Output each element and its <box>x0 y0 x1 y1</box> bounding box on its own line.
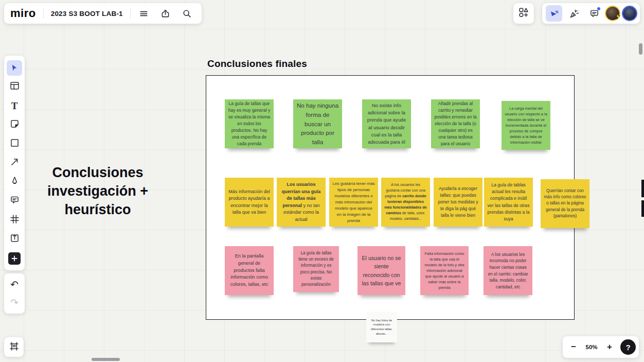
vertical-scrollbar-thumb[interactable] <box>639 43 642 55</box>
sticky-note-text: A los usuarios les gustaría contar con u… <box>384 182 427 222</box>
sticky-note-text: Falta información como la talla que usa … <box>423 251 466 291</box>
more-tools-button[interactable] <box>4 249 25 267</box>
frame-title[interactable]: Conclusiones finales <box>207 58 307 70</box>
sticky-note-text: La guía de tablas actual les resulta com… <box>487 182 530 222</box>
sticky-note-text: Los usuarios querrían una guía de tallas… <box>280 181 323 223</box>
avatar-collaborator-1[interactable] <box>606 7 619 20</box>
frames-panel-icon <box>9 341 20 354</box>
avatar-collaborator-2[interactable] <box>623 7 636 20</box>
sticky-note-text: A los usuarios les incomoda no poder hac… <box>487 251 529 290</box>
sticky-note[interactable]: El usuario no se siente reconocido con l… <box>357 246 405 295</box>
topbar-right <box>542 3 640 24</box>
topbar-left: miro 2023 S3 BOOT LAB-1 <box>4 3 202 24</box>
sticky-note[interactable]: Más información del producto ayudaría a … <box>225 178 274 227</box>
comments-button[interactable] <box>586 5 602 22</box>
sticky-note[interactable]: Los usuarios querrían una guía de tallas… <box>277 178 326 227</box>
help-button[interactable]: ? <box>620 339 636 355</box>
sticky-note-text: Les gustaría tener más tipos de personas… <box>332 181 375 224</box>
divider <box>130 8 131 19</box>
edge-indicator <box>641 200 644 217</box>
sticky-note[interactable]: No hay ninguna forma de buscar un produc… <box>293 99 342 148</box>
pen-tool[interactable] <box>4 173 25 191</box>
frames-panel-button[interactable] <box>4 337 24 357</box>
text-tool[interactable]: T <box>4 97 25 115</box>
menu-icon <box>138 8 149 19</box>
comments-badge-dot <box>597 7 600 10</box>
templates-icon <box>9 80 20 93</box>
main-menu-button[interactable] <box>136 5 152 22</box>
sticky-note-text: Añadir prendas al carrito y remediar pos… <box>434 100 477 147</box>
board-canvas[interactable]: Conclusiones investigación + heurístico … <box>0 0 644 362</box>
sticky-note-text: Más información del producto ayudaría a … <box>228 188 271 216</box>
shape-tool[interactable] <box>4 135 25 153</box>
sticky-note[interactable]: Falta información como la talla que usa … <box>420 246 469 295</box>
sticky-note[interactable]: La guía de tallas tiene un exceso de inf… <box>293 246 339 292</box>
sticky-note-text: En la pantalla general de productos falt… <box>228 253 271 288</box>
confetti-icon <box>569 8 580 19</box>
edge-indicator <box>641 180 644 197</box>
sticky-note-text: No hay fotos de modelos con diferentes t… <box>369 318 394 336</box>
search-icon <box>182 8 192 19</box>
pen-icon <box>9 176 20 188</box>
upload-icon <box>9 233 20 246</box>
follow-cursor-button[interactable] <box>546 5 562 22</box>
comment-tool[interactable] <box>4 192 25 210</box>
select-tool[interactable] <box>4 59 25 77</box>
apps-button[interactable] <box>513 3 534 24</box>
upload-tool[interactable] <box>4 230 25 248</box>
sticky-note[interactable]: Añadir prendas al carrito y remediar pos… <box>431 99 480 148</box>
creation-toolbar: T <box>4 56 25 270</box>
search-button[interactable] <box>179 5 195 22</box>
sticky-note[interactable]: Querrían contar con más info como colore… <box>541 179 589 228</box>
sticky-note-text: Ayudaría a escoger tallas: que puedas po… <box>437 185 479 219</box>
text-icon: T <box>11 101 18 111</box>
zoom-out-button[interactable]: − <box>566 339 581 355</box>
comment-bubble-icon <box>9 195 20 208</box>
zoom-controls: − 50% + ? <box>563 336 639 358</box>
sticky-note-text: Querrían contar con más info como colore… <box>544 188 586 219</box>
sticky-note[interactable]: No existe info adicional sobre la prenda… <box>362 99 411 148</box>
arrow-icon <box>9 157 20 169</box>
sticky-note[interactable]: En la pantalla general de productos falt… <box>225 246 274 295</box>
zoom-level[interactable]: 50% <box>582 344 601 350</box>
apps-icon <box>518 7 529 20</box>
zoom-in-button[interactable]: + <box>602 339 617 355</box>
sticky-note[interactable]: La guía de tablas actual les resulta com… <box>484 178 533 227</box>
sticky-note[interactable]: A los usuarios les incomoda no poder hac… <box>484 246 532 295</box>
sticky-note-text: El usuario no se siente reconocido con l… <box>361 254 402 288</box>
history-toolbar: ↶ ↷ <box>4 273 25 314</box>
horizontal-scrollbar-thumb[interactable] <box>92 358 120 361</box>
divider <box>43 8 44 19</box>
plus-icon <box>8 252 21 265</box>
board-text-side-heading[interactable]: Conclusiones investigación + heurístico <box>39 164 156 219</box>
miro-logo[interactable]: miro <box>10 7 38 20</box>
sticky-note-text: La guía de tallas que hay es muy general… <box>228 100 271 147</box>
frame-icon <box>9 214 20 227</box>
connector-tool[interactable] <box>4 154 25 172</box>
frame-tool[interactable] <box>4 211 25 229</box>
sticky-note-text: No existe info adicional sobre la prenda… <box>365 102 408 146</box>
follow-cursor-icon <box>549 8 560 19</box>
sticky-note[interactable]: Ayudaría a escoger tallas: que puedas po… <box>434 178 482 227</box>
sticky-note[interactable]: Les gustaría tener más tipos de personas… <box>329 178 378 227</box>
board-title[interactable]: 2023 S3 BOOT LAB-1 <box>49 10 125 18</box>
sticky-note-tool[interactable] <box>4 116 25 134</box>
redo-icon: ↷ <box>10 298 19 307</box>
undo-button[interactable]: ↶ <box>4 275 25 294</box>
sticky-note-text: La guía de tallas tiene un exceso de inf… <box>296 250 336 288</box>
undo-icon: ↶ <box>10 280 19 289</box>
sticky-note-text: No hay ninguna forma de buscar un produc… <box>296 101 339 147</box>
export-button[interactable] <box>157 5 174 22</box>
templates-tool[interactable] <box>4 78 25 96</box>
sticky-note[interactable]: A los usuarios les gustaría contar con u… <box>381 178 430 227</box>
sticky-note[interactable]: La guía de tallas que hay es muy general… <box>225 99 274 148</box>
square-icon <box>9 137 20 150</box>
redo-button[interactable]: ↷ <box>4 294 25 312</box>
sticky-note-icon <box>9 118 20 131</box>
sticky-note[interactable]: La carga mental del usuario con respecto… <box>502 101 550 150</box>
export-icon <box>160 8 171 19</box>
sticky-note[interactable]: No hay fotos de modelos con diferentes t… <box>366 312 397 342</box>
sticky-note-text: La carga mental del usuario con respecto… <box>505 106 547 146</box>
reactions-button[interactable] <box>566 5 582 22</box>
lightning-badge-icon <box>615 12 621 22</box>
